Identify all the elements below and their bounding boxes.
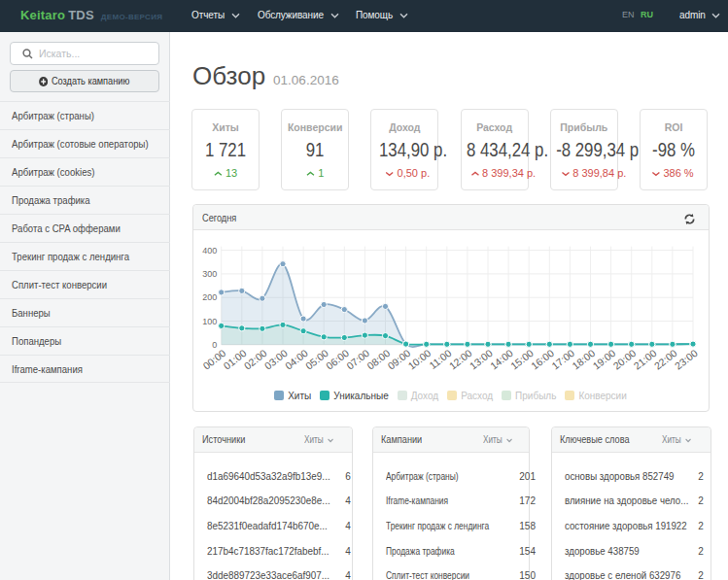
svg-text:400: 400 — [202, 246, 217, 256]
svg-text:0: 0 — [212, 340, 217, 350]
svg-text:200: 200 — [202, 292, 217, 302]
svg-text:300: 300 — [202, 269, 217, 279]
svg-text:100: 100 — [202, 317, 217, 326]
svg-text:23:00: 23:00 — [673, 347, 700, 372]
